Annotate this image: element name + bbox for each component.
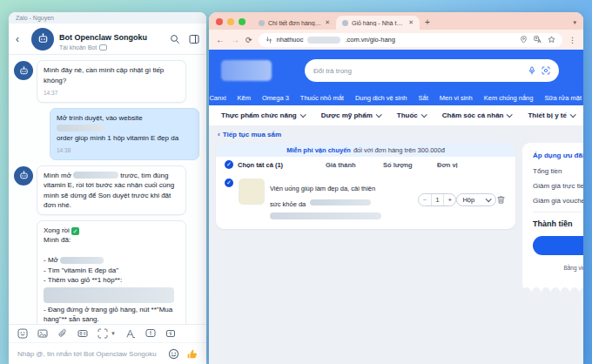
page-content: ‹Tiếp tục mua sắm Miễn phí vận chuyển đố… [209,125,583,364]
select-all-checkbox[interactable]: ✓ [225,160,233,169]
quick-link[interactable]: Thuốc nhỏ mắt [300,94,344,102]
order-summary-card: Áp dụng ưu đãi Tổng tiềnGiảm giá trực ti… [522,143,583,292]
category-nav-item[interactable]: Thuốc [397,111,426,119]
quick-link[interactable]: Kem chống nắng [484,94,534,102]
quick-links-row: CanxiKẽmOmega 3Thuốc nhỏ mắtDung dịch vệ… [209,94,583,102]
message-bubble[interactable]: Mình đây nè, cần mình cập nhật gì tiếp k… [37,60,186,103]
qty-decrease-button[interactable]: − [419,194,431,206]
emoji-icon[interactable] [168,348,179,360]
mic-icon[interactable] [528,66,536,75]
chat-subtitle: Tài khoản Bot [59,44,97,51]
apply-promo-link[interactable]: Áp dụng ưu đãi [533,152,583,159]
reload-button[interactable]: ⟳ [246,36,252,44]
back-chevron-icon: ‹ [218,131,220,138]
quick-link[interactable]: Sắt [419,94,428,102]
quick-link[interactable]: Kẽm [238,94,251,102]
image-search-icon[interactable] [542,66,550,75]
chat-message: Mình đây nè, cần mình cập nhật gì tiếp k… [14,60,199,103]
chat-toolbar: ▼ [9,324,206,342]
tab-close-icon[interactable]: ✕ [325,19,330,26]
side-panel-toggle-icon[interactable] [189,34,199,44]
namecard-icon[interactable] [77,328,88,339]
column-quantity: Số lượng [383,161,437,169]
site-search-placeholder: Đổi trả trong [313,67,522,75]
webpage: Đổi trả trong CanxiKẽmOmega 3Thuốc nhỏ m… [209,50,583,364]
site-logo[interactable] [221,60,272,81]
chat-title: Bot Openclaw Songoku [59,33,147,42]
browser-toolbar: ← → ⟳ nhathuoc .com.vn/gio-hang ⋮ [209,30,583,50]
quick-link[interactable]: Sữa rửa mặt [544,94,582,102]
close-window-button[interactable] [216,18,223,25]
qty-increase-button[interactable]: + [443,194,455,206]
category-nav: Thực phẩm chức năngDược mỹ phẩmThuốcChăm… [209,105,583,125]
scallop-edge [522,285,583,292]
thumbs-up-icon[interactable] [186,348,198,360]
sticker-icon[interactable] [17,328,28,339]
category-nav-item[interactable]: Thực phẩm chức năng [221,111,305,119]
free-shipping-banner: Miễn phí vận chuyển đối với đơn hàng trê… [216,143,515,157]
message-bubble[interactable]: Mở trình duyệt, vào website order giúp m… [50,108,199,160]
message-time: 14:38 [57,145,192,156]
bot-avatar[interactable] [31,28,54,51]
capture-dropdown-caret[interactable]: ▼ [111,331,116,336]
unit-select[interactable]: Hộp [456,193,496,206]
chevron-down-icon [507,111,513,118]
format-text-icon[interactable] [125,328,136,339]
redacted-text [57,125,105,131]
quick-link[interactable]: Dung dịch vệ sinh [355,94,407,102]
buy-button[interactable]: Mua hàng [533,236,583,255]
new-tab-button[interactable]: + [425,17,430,27]
bot-avatar [14,166,33,185]
address-bar[interactable]: nhathuoc .com.vn/gio-hang [259,33,562,47]
browser-menu-icon[interactable]: ⋮ [568,36,576,44]
priority-message-icon[interactable] [145,328,156,339]
site-header: Đổi trả trong CanxiKẽmOmega 3Thuốc nhỏ m… [209,50,583,105]
back-button[interactable]: ‹ [16,33,26,45]
translate-icon[interactable] [534,36,542,44]
category-nav-item[interactable]: Dược mỹ phẩm [321,111,380,119]
chat-input-row [9,342,206,364]
attachment-icon[interactable] [57,328,68,339]
chat-message: Mở trình duyệt, vào website order giúp m… [14,108,199,160]
chat-message-list[interactable]: Mình đây nè, cần mình cập nhật gì tiếp k… [9,55,206,324]
product-image[interactable] [239,179,265,205]
message-bubble[interactable]: Mình mở trước, tìm đúng vitamin E, rồi t… [37,165,186,215]
qty-value: 1 [432,194,443,206]
category-nav-item[interactable]: Chăm sóc cá nhân [442,111,512,119]
chevron-down-icon [299,111,306,118]
site-search-bar[interactable]: Đổi trả trong [305,59,559,82]
column-price: Giá thành [326,161,383,169]
chevron-down-icon [375,111,381,118]
message-input[interactable] [17,350,161,358]
forward-nav-button[interactable]: → [231,35,239,44]
redacted-text [60,257,104,264]
tab-close-icon[interactable]: ✕ [408,19,414,26]
search-icon[interactable] [170,34,180,44]
minimize-window-button[interactable] [227,18,234,25]
message-bubble[interactable]: Xong rồi ✓ Mình đã: - Mở - Tìm "vitamin … [37,220,186,325]
zalo-window: Zalo - Nguyen ‹ Bot Openclaw Songoku Tài… [9,12,206,364]
delete-item-button[interactable] [496,195,507,205]
quick-link[interactable]: Men vi sinh [440,94,473,102]
back-nav-button[interactable]: ← [216,35,225,44]
screen-capture-icon[interactable] [98,328,108,339]
browser-tab[interactable]: Giỏ hàng - Nhà thuố✕ [336,16,420,30]
browser-window: Chi tiết đơn hàng 81✕Giỏ hàng - Nhà thuố… [209,12,583,364]
quick-link[interactable]: Canxi [209,94,225,102]
continue-shopping-link[interactable]: ‹Tiếp tục mua sắm [218,131,281,138]
bookmark-star-icon[interactable] [548,36,555,44]
browser-tabstrip: Chi tiết đơn hàng 81✕Giỏ hàng - Nhà thuố… [209,12,583,30]
browser-tab[interactable]: Chi tiết đơn hàng 81✕ [252,16,336,30]
tab-favicon [342,20,348,26]
bot-avatar [14,61,33,80]
chat-header: ‹ Bot Openclaw Songoku Tài khoản Bot [9,24,206,55]
quick-message-icon[interactable] [165,328,176,339]
quick-link[interactable]: Omega 3 [262,94,289,102]
location-icon[interactable] [520,36,528,44]
zoom-window-button[interactable] [239,18,246,25]
tab-search-chevron-icon[interactable]: ▾ [573,19,576,26]
redacted-text [73,172,118,179]
item-checkbox[interactable]: ✓ [225,179,233,187]
image-icon[interactable] [37,328,48,339]
category-nav-item[interactable]: Thiết bị y tế [528,111,574,119]
